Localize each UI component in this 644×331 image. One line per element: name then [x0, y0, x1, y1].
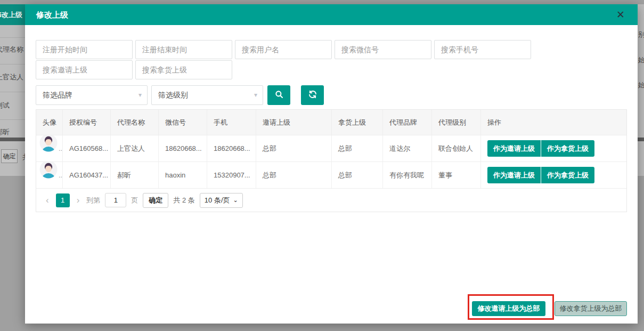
table-row: ... AG160568... 上官达人 18620668... 1862066…: [36, 135, 626, 162]
search-goods-superior-input[interactable]: [135, 60, 232, 79]
chevron-down-icon: ▾: [138, 86, 142, 104]
page-size-select[interactable]: 10 条/页 ⌄: [200, 193, 243, 208]
goto-page-label: 到第: [86, 196, 100, 205]
background-text-fragment: 别: [638, 30, 644, 39]
prev-page-icon[interactable]: ‹: [44, 195, 51, 206]
total-count-label: 共 2 条: [173, 196, 194, 205]
goods-superior-cell: 总部: [332, 162, 383, 188]
phone-cell: 18620668...: [207, 135, 256, 162]
divider: [0, 37, 25, 38]
goto-page-input[interactable]: [105, 193, 126, 207]
background-modify-superior-button: 修改上级: [0, 4, 25, 25]
invite-superior-cell: 总部: [256, 162, 332, 188]
level-cell: 董事: [432, 162, 481, 188]
search-wechat-input[interactable]: [335, 40, 431, 59]
chevron-down-icon: ⌄: [233, 197, 238, 204]
divider: [0, 92, 25, 92]
filter-level-label: 筛选级别: [158, 91, 188, 99]
col-header-goods-superior: 拿货上级: [332, 110, 383, 135]
col-header-invite-superior: 邀请上级: [256, 110, 332, 135]
phone-cell: 15320907...: [207, 162, 256, 188]
avatar-ellipsis: ...: [59, 135, 63, 162]
goods-superior-cell: 总部: [332, 135, 383, 162]
search-invite-superior-input[interactable]: [36, 60, 133, 79]
auth-no-cell: AG160568...: [63, 135, 111, 162]
col-header-avatar: 头像: [36, 110, 63, 135]
refresh-button[interactable]: [301, 85, 324, 105]
as-goods-superior-button[interactable]: 作为拿货上级: [541, 167, 594, 183]
page-unit-label: 页: [131, 196, 138, 205]
wechat-cell: haoxin: [159, 162, 207, 188]
next-page-icon[interactable]: ›: [75, 195, 82, 206]
avatar: [39, 135, 58, 162]
register-end-time-input[interactable]: [135, 40, 232, 59]
brand-cell: 道达尔: [383, 135, 432, 162]
level-cell: 联合创始人: [432, 135, 481, 162]
actions-cell: 作为邀请上级 作为拿货上级: [481, 162, 626, 188]
name-cell: 郝昕: [111, 162, 159, 188]
modify-superior-modal: 修改上级 ✕ 筛选品牌 ▾ 筛选级别 ▾: [25, 4, 638, 324]
as-goods-superior-button[interactable]: 作为拿货上级: [541, 140, 594, 157]
avatar: [39, 162, 58, 188]
col-header-phone: 手机: [207, 110, 256, 135]
filter-brand-select[interactable]: 筛选品牌 ▾: [36, 85, 148, 105]
wechat-cell: 18620668...: [159, 135, 207, 162]
goto-confirm-button[interactable]: 确定: [143, 193, 168, 208]
set-goods-superior-headquarters-button[interactable]: 修改拿货上级为总部: [555, 301, 627, 316]
background-modify-superior-label: 修改上级: [0, 10, 22, 20]
col-header-brand: 代理品牌: [383, 110, 432, 135]
search-username-input[interactable]: [235, 40, 332, 59]
divider: [0, 64, 25, 64]
divider: [0, 138, 25, 141]
pagination: ‹ 1 › 到第 页 确定 共 2 条 10 条/页 ⌄: [36, 188, 626, 212]
col-header-wechat: 微信号: [159, 110, 207, 135]
background-page-left-strip: 修改上级 代理名称 上官达人 测试 郝昕 确定 共: [0, 4, 25, 176]
as-invite-superior-button[interactable]: 作为邀请上级: [487, 167, 541, 183]
background-row-name: 上官达人: [0, 72, 23, 82]
page-size-label: 10 条/页: [205, 196, 230, 205]
background-confirm-button: 确定: [1, 149, 18, 163]
search-button[interactable]: [267, 85, 290, 105]
col-header-name: 代理名称: [111, 110, 159, 135]
chevron-down-icon: ▾: [254, 86, 257, 104]
filter-brand-label: 筛选品牌: [43, 91, 72, 99]
background-column-header: 代理名称: [0, 45, 23, 54]
invite-superior-cell: 总部: [256, 135, 332, 162]
avatar-cell: ...: [36, 135, 63, 162]
divider: [638, 138, 644, 141]
background-text-fragment: 始人: [638, 55, 644, 65]
background-page-right-strip: 别 始人 始人: [638, 4, 644, 176]
modal-title: 修改上级: [36, 4, 68, 25]
refresh-icon: [308, 90, 317, 101]
actions-cell: 作为邀请上级 作为拿货上级: [481, 135, 626, 162]
name-cell: 上官达人: [111, 135, 159, 162]
background-text-fragment: 始人: [638, 80, 644, 90]
filter-level-select[interactable]: 筛选级别 ▾: [151, 85, 263, 105]
modal-header: 修改上级 ✕: [25, 4, 638, 25]
background-row-name: 测试: [0, 101, 10, 110]
search-icon: [274, 90, 284, 101]
avatar-ellipsis: ...: [59, 162, 63, 189]
col-header-auth-no: 授权编号: [63, 110, 111, 135]
table-header-row: 头像 授权编号 代理名称 微信号 手机 邀请上级 拿货上级 代理品牌 代理级别 …: [36, 110, 626, 135]
col-header-actions: 操作: [481, 110, 626, 135]
register-start-time-input[interactable]: [36, 40, 133, 59]
auth-no-cell: AG160437...: [63, 162, 111, 188]
current-page-button[interactable]: 1: [56, 193, 70, 207]
brand-cell: 有你有我呢: [383, 162, 432, 188]
table-row: ... AG160437... 郝昕 haoxin 15320907... 总部…: [36, 162, 626, 188]
avatar-cell: ...: [36, 162, 63, 188]
col-header-level: 代理级别: [432, 110, 481, 135]
close-icon[interactable]: ✕: [616, 4, 625, 25]
set-invite-superior-headquarters-button[interactable]: 修改邀请上级为总部: [472, 301, 545, 316]
agents-table: 头像 授权编号 代理名称 微信号 手机 邀请上级 拿货上级 代理品牌 代理级别 …: [36, 109, 627, 212]
divider: [0, 119, 25, 120]
background-row-name: 郝昕: [0, 127, 10, 137]
search-phone-input[interactable]: [434, 40, 531, 59]
as-invite-superior-button[interactable]: 作为邀请上级: [487, 140, 541, 157]
screen: 修改上级 代理名称 上官达人 测试 郝昕 确定 共 别 始人 始人 修改上级 ✕: [0, 0, 644, 331]
